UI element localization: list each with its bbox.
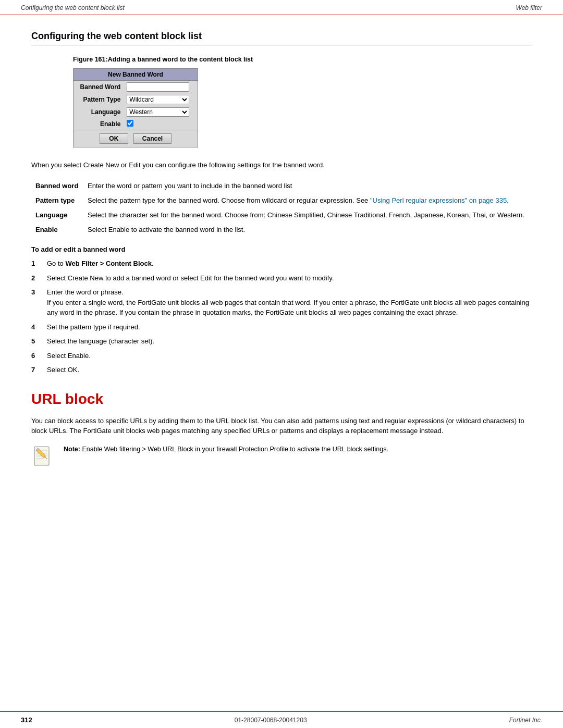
banned-word-input[interactable] — [127, 82, 189, 92]
url-block-body: You can block access to specific URLs by… — [31, 416, 532, 436]
pattern-type-select[interactable]: Wildcard Regular Expression — [127, 95, 189, 104]
step-7: 7 Select OK. — [31, 365, 532, 375]
page-footer: 312 01-28007-0068-20041203 Fortinet Inc. — [0, 711, 563, 728]
header-left: Configuring the web content block list — [21, 4, 125, 11]
def-row-enable: Enable Select Enable to activate the ban… — [31, 223, 532, 237]
def-desc-language: Select the character set for the banned … — [83, 208, 532, 223]
def-term-banned-word: Banned word — [31, 179, 83, 193]
step-2-text: Select Create New to add a banned word o… — [47, 273, 532, 283]
def-row-pattern-type: Pattern type Select the pattern type for… — [31, 193, 532, 208]
pattern-type-cell: Wildcard Regular Expression — [124, 93, 198, 106]
pattern-type-label: Pattern Type — [74, 93, 124, 106]
step-3: 3 Enter the word or phrase. If you enter… — [31, 287, 532, 318]
footer-page-num: 312 — [21, 716, 32, 724]
note-body: Enable Web filtering > Web URL Block in … — [82, 446, 388, 453]
enable-cell — [124, 118, 198, 130]
def-desc-banned-word: Enter the word or pattern you want to in… — [83, 179, 532, 193]
note-label: Note: — [64, 446, 80, 453]
step-3-num: 3 — [31, 287, 39, 318]
svg-line-8 — [46, 458, 46, 459]
def-term-pattern-type: Pattern type — [31, 193, 83, 208]
url-block-heading: URL block — [31, 391, 532, 408]
step-6-text: Select Enable. — [47, 351, 532, 361]
language-label: Language — [74, 106, 124, 118]
note-icon — [31, 445, 56, 470]
banned-word-label: Banned Word — [74, 81, 124, 93]
def-desc-enable: Select Enable to activate the banned wor… — [83, 223, 532, 237]
pencil-svg — [31, 445, 56, 470]
dialog-row-banned-word: Banned Word — [74, 81, 198, 93]
language-select[interactable]: Western Chinese Simplified Chinese Tradi… — [127, 107, 189, 117]
page-header: Configuring the web content block list W… — [0, 0, 563, 15]
step-5-num: 5 — [31, 336, 39, 347]
step-1: 1 Go to Web Filter > Content Block. — [31, 258, 532, 269]
def-term-enable: Enable — [31, 223, 83, 237]
step-5-text: Select the language (character set). — [47, 336, 532, 347]
banned-word-cell — [124, 81, 198, 93]
definitions-table: Banned word Enter the word or pattern yo… — [31, 179, 532, 238]
step-1-bold: Web Filter > Content Block — [65, 260, 152, 267]
cancel-button[interactable]: Cancel — [133, 133, 172, 144]
ok-button[interactable]: OK — [100, 133, 128, 144]
intro-text: When you select Create New or Edit you c… — [31, 160, 532, 170]
step-2-num: 2 — [31, 273, 39, 283]
footer-company: Fortinet Inc. — [509, 717, 542, 724]
step-5: 5 Select the language (character set). — [31, 336, 532, 347]
step-3-subtext: If you enter a single word, the FortiGat… — [47, 299, 529, 317]
dialog-buttons: OK Cancel — [74, 130, 198, 147]
step-7-text: Select OK. — [47, 365, 532, 375]
main-content: Configuring the web content block list F… — [0, 15, 563, 490]
step-4: 4 Set the pattern type if required. — [31, 322, 532, 332]
step-6-num: 6 — [31, 351, 39, 361]
step-2: 2 Select Create New to add a banned word… — [31, 273, 532, 283]
step-4-text: Set the pattern type if required. — [47, 322, 532, 332]
step-1-text: Go to Web Filter > Content Block. — [47, 258, 532, 269]
steps-list: 1 Go to Web Filter > Content Block. 2 Se… — [31, 258, 532, 375]
section-heading: Configuring the web content block list — [31, 31, 532, 45]
dialog-title: New Banned Word — [74, 69, 198, 81]
dialog-row-pattern-type: Pattern Type Wildcard Regular Expression — [74, 93, 198, 106]
def-row-banned-word: Banned word Enter the word or pattern yo… — [31, 179, 532, 193]
note-text-content: Note: Enable Web filtering > Web URL Blo… — [64, 445, 388, 454]
dialog-box: New Banned Word Banned Word Pattern Type… — [73, 68, 198, 147]
steps-heading: To add or edit a banned word — [31, 245, 532, 253]
dialog-fields-table: Banned Word Pattern Type Wildcard Regula… — [74, 81, 198, 130]
step-3-text: Enter the word or phrase. If you enter a… — [47, 287, 532, 318]
enable-label: Enable — [74, 118, 124, 130]
def-term-language: Language — [31, 208, 83, 223]
step-4-num: 4 — [31, 322, 39, 332]
def-desc-pattern-type: Select the pattern type for the banned w… — [83, 193, 532, 208]
figure-caption: Figure 161:Adding a banned word to the c… — [73, 56, 532, 63]
perl-link[interactable]: "Using Perl regular expressions" on page… — [370, 196, 507, 204]
step-7-num: 7 — [31, 365, 39, 375]
step-6: 6 Select Enable. — [31, 351, 532, 361]
note-box: Note: Enable Web filtering > Web URL Blo… — [31, 445, 532, 470]
language-cell: Western Chinese Simplified Chinese Tradi… — [124, 106, 198, 118]
step-1-num: 1 — [31, 258, 39, 269]
enable-checkbox[interactable] — [127, 120, 133, 127]
header-right: Web filter — [516, 4, 542, 11]
dialog-row-enable: Enable — [74, 118, 198, 130]
def-row-language: Language Select the character set for th… — [31, 208, 532, 223]
dialog-row-language: Language Western Chinese Simplified Chin… — [74, 106, 198, 118]
footer-doc-num: 01-28007-0068-20041203 — [235, 717, 307, 724]
dialog-wrapper: New Banned Word Banned Word Pattern Type… — [73, 68, 532, 147]
